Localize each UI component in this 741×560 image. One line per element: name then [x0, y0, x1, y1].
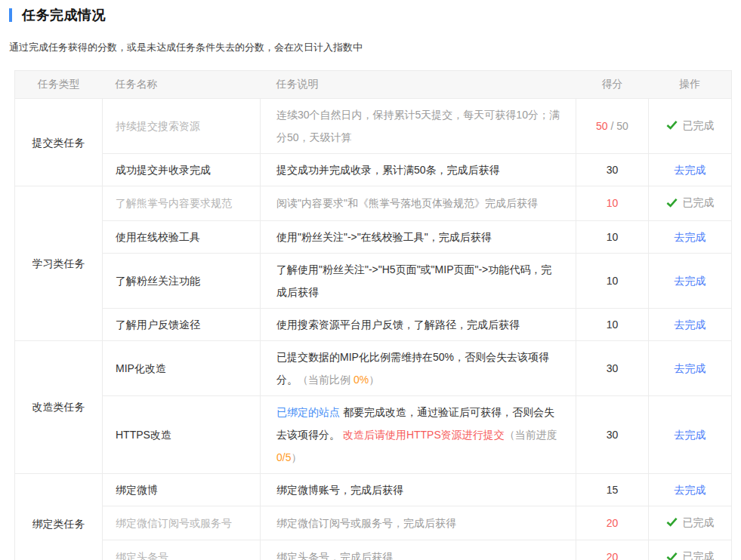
task-row: 学习类任务了解熊掌号内容要求规范阅读"内容要求"和《熊掌号落地页体验规范》完成后… [15, 186, 732, 221]
task-action-cell: 去完成 [649, 154, 732, 186]
desc-segment: 0/5 [276, 451, 291, 463]
go-complete-link[interactable]: 去完成 [675, 231, 706, 243]
task-action-cell: 去完成 [649, 395, 732, 473]
task-row: 绑定微信订阅号或服务号绑定微信订阅号或服务号，完成后获得20已完成 [15, 506, 732, 540]
completed-label: 已完成 [683, 191, 715, 214]
desc-segment: 阅读"内容要求"和《熊掌号落地页体验规范》完成后获得 [276, 197, 538, 209]
task-score-cell: 30 [576, 395, 649, 473]
go-complete-link[interactable]: 去完成 [675, 429, 706, 441]
task-type-cell: 绑定类任务 [15, 473, 103, 560]
task-action-cell: 去完成 [649, 473, 732, 506]
header-task-desc: 任务说明 [261, 71, 576, 99]
score-value: 20 [607, 551, 619, 560]
task-name-cell: MIP化改造 [103, 340, 261, 395]
task-name-cell: 绑定微信订阅号或服务号 [103, 506, 261, 540]
desc-segment: 使用搜索资源平台用户反馈，了解路径，完成后获得 [276, 318, 520, 331]
task-completion-page: 任务完成情况 通过完成任务获得的分数，或是未达成任务条件失去的分数，会在次日计入… [0, 0, 741, 560]
task-desc-cell: 使用"粉丝关注"->"在线校验工具"，完成后获得 [261, 220, 576, 253]
go-complete-link[interactable]: 去完成 [675, 484, 706, 496]
task-table-body: 提交类任务持续提交搜索资源连续30个自然日内，保持累计5天提交，每天可获得10分… [15, 99, 732, 560]
task-action-cell: 已完成 [649, 540, 732, 560]
desc-segment: 绑定微博账号，完成后获得 [276, 484, 403, 496]
task-desc-cell: 绑定微信订阅号或服务号，完成后获得 [261, 506, 576, 540]
task-type-cell: 改造类任务 [15, 340, 103, 473]
check-icon [666, 551, 678, 560]
desc-segment: （当前进度 [505, 429, 557, 441]
task-type-cell: 学习类任务 [15, 186, 103, 341]
task-name-cell: 了解粉丝关注功能 [103, 253, 261, 308]
check-icon [666, 119, 678, 131]
page-subtitle: 通过完成任务获得的分数，或是未达成任务条件失去的分数，会在次日计入指数中 [9, 41, 731, 54]
task-row: 提交类任务持续提交搜索资源连续30个自然日内，保持累计5天提交，每天可获得10分… [15, 99, 732, 154]
score-value: 15 [607, 484, 619, 496]
completed-status: 已完成 [666, 545, 715, 560]
task-row: 绑定类任务绑定微博绑定微博账号，完成后获得15去完成 [15, 473, 732, 506]
task-table-header: 任务类型 任务名称 任务说明 得分 操作 [15, 71, 732, 99]
score-value: 20 [607, 517, 619, 529]
desc-segment: 了解使用"粉丝关注"->"H5页面"或"MIP页面"->功能代码，完成后获得 [276, 263, 551, 298]
go-complete-link[interactable]: 去完成 [675, 275, 706, 287]
completed-label: 已完成 [683, 545, 715, 560]
desc-segment: ） [369, 374, 379, 386]
completed-label: 已完成 [683, 114, 715, 137]
task-score-cell: 10 [576, 186, 649, 221]
desc-segment: 使用"粉丝关注"->"在线校验工具"，完成后获得 [276, 231, 492, 243]
task-desc-cell: 绑定头条号，完成后获得 [261, 540, 576, 560]
header-task-name: 任务名称 [103, 71, 261, 99]
task-action-cell: 已完成 [649, 186, 732, 221]
task-action-cell: 去完成 [649, 340, 732, 395]
task-desc-cell: 绑定微博账号，完成后获得 [261, 473, 576, 506]
score-value: 30 [607, 362, 619, 374]
score-value: 10 [607, 275, 619, 287]
score-value: 10 [607, 197, 619, 209]
desc-segment: 连续30个自然日内，保持累计5天提交，每天可获得10分；满分50，天级计算 [276, 109, 560, 143]
completed-status: 已完成 [666, 191, 715, 214]
desc-segment: 绑定头条号，完成后获得 [276, 551, 393, 560]
header-task-type: 任务类型 [15, 71, 103, 99]
task-score-cell: 10 [576, 220, 649, 253]
task-name-cell: 使用在线校验工具 [103, 220, 261, 253]
score-value: 30 [607, 164, 619, 176]
task-name-cell: 绑定头条号 [103, 540, 261, 560]
task-score-cell: 50 / 50 [576, 99, 649, 154]
task-action-cell: 已完成 [649, 506, 732, 540]
task-row: 绑定头条号绑定头条号，完成后获得20已完成 [15, 540, 732, 560]
check-icon [666, 197, 678, 208]
task-table: 任务类型 任务名称 任务说明 得分 操作 提交类任务持续提交搜索资源连续30个自… [14, 70, 732, 560]
completed-status: 已完成 [666, 114, 715, 137]
task-row: 了解用户反馈途径使用搜索资源平台用户反馈，了解路径，完成后获得10去完成 [15, 308, 732, 340]
task-type-cell: 提交类任务 [15, 99, 103, 186]
score-value: 30 [607, 429, 619, 441]
task-score-cell: 20 [576, 540, 649, 560]
task-score-cell: 20 [576, 506, 649, 540]
task-name-cell: 绑定微博 [103, 473, 261, 506]
section-header: 任务完成情况 [9, 6, 731, 24]
task-desc-cell: 阅读"内容要求"和《熊掌号落地页体验规范》完成后获得 [261, 186, 576, 221]
desc-segment: ） [291, 451, 301, 463]
go-complete-link[interactable]: 去完成 [675, 318, 706, 331]
go-complete-link[interactable]: 去完成 [675, 164, 706, 176]
task-name-cell: 了解熊掌号内容要求规范 [103, 186, 261, 221]
go-complete-link[interactable]: 去完成 [675, 362, 706, 374]
score-value: 50 [596, 120, 608, 132]
task-desc-cell: 提交成功并完成收录，累计满50条，完成后获得 [261, 154, 576, 186]
score-value: 10 [607, 231, 619, 243]
task-row: 了解粉丝关注功能了解使用"粉丝关注"->"H5页面"或"MIP页面"->功能代码… [15, 253, 732, 308]
task-score-cell: 10 [576, 253, 649, 308]
task-name-cell: 了解用户反馈途径 [103, 308, 261, 340]
desc-link[interactable]: 已绑定的站点 [276, 406, 340, 418]
task-score-cell: 30 [576, 340, 649, 395]
desc-segment: （当前比例 [298, 374, 354, 386]
task-desc-cell: 连续30个自然日内，保持累计5天提交，每天可获得10分；满分50，天级计算 [261, 99, 576, 154]
task-action-cell: 去完成 [649, 253, 732, 308]
task-action-cell: 已完成 [649, 99, 732, 154]
task-row: 成功提交并收录完成提交成功并完成收录，累计满50条，完成后获得30去完成 [15, 154, 732, 186]
title-accent-bar [9, 8, 12, 22]
desc-segment: 提交成功并完成收录，累计满50条，完成后获得 [276, 164, 500, 176]
check-icon [666, 516, 678, 528]
task-name-cell: 成功提交并收录完成 [103, 154, 261, 186]
desc-segment: 改造后请使用HTTPS资源进行提交 [343, 429, 505, 441]
score-value: 10 [607, 318, 619, 331]
task-score-cell: 10 [576, 308, 649, 340]
task-score-cell: 15 [576, 473, 649, 506]
